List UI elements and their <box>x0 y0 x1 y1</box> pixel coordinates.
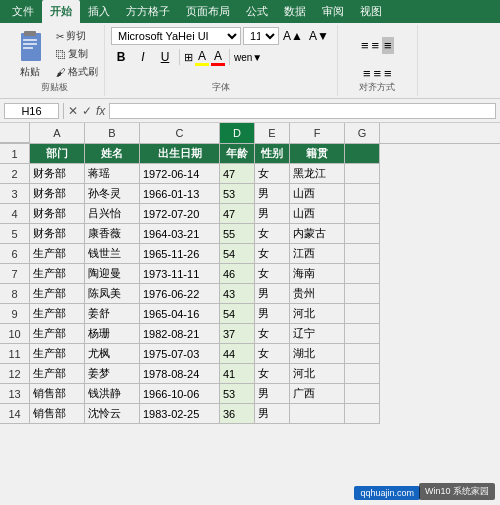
cell-c12[interactable]: 1978-08-24 <box>140 364 220 384</box>
cell-g11[interactable] <box>345 344 380 364</box>
cell-b11[interactable]: 尤枫 <box>85 344 140 364</box>
cell-c6[interactable]: 1965-11-26 <box>140 244 220 264</box>
tab-fangfangezi[interactable]: 方方格子 <box>118 0 178 23</box>
wen-button[interactable]: wen▼ <box>234 52 262 63</box>
cell-a10[interactable]: 生产部 <box>30 324 85 344</box>
row-header-14[interactable]: 14 <box>0 404 30 424</box>
cell-c10[interactable]: 1982-08-21 <box>140 324 220 344</box>
cell-d13[interactable]: 53 <box>220 384 255 404</box>
row-header-13[interactable]: 13 <box>0 384 30 404</box>
insert-function-icon[interactable]: fx <box>96 104 105 118</box>
tab-home[interactable]: 开始 <box>42 0 80 23</box>
cut-button[interactable]: ✂ 剪切 <box>54 28 100 44</box>
cancel-formula-icon[interactable]: ✕ <box>68 104 78 118</box>
cell-a2[interactable]: 财务部 <box>30 164 85 184</box>
cell-d14[interactable]: 36 <box>220 404 255 424</box>
underline-button[interactable]: U <box>155 48 175 66</box>
row-header-4[interactable]: 4 <box>0 204 30 224</box>
cell-g7[interactable] <box>345 264 380 284</box>
cell-d1[interactable]: 年龄 <box>220 144 255 164</box>
font-name-selector[interactable]: Microsoft YaHei UI <box>111 27 241 45</box>
tab-file[interactable]: 文件 <box>4 0 42 23</box>
cell-e6[interactable]: 女 <box>255 244 290 264</box>
cell-e10[interactable]: 女 <box>255 324 290 344</box>
cell-e7[interactable]: 女 <box>255 264 290 284</box>
cell-c14[interactable]: 1983-02-25 <box>140 404 220 424</box>
row-header-9[interactable]: 9 <box>0 304 30 324</box>
align-center-button[interactable]: ≡ <box>373 66 381 81</box>
cell-c3[interactable]: 1966-01-13 <box>140 184 220 204</box>
cell-e11[interactable]: 女 <box>255 344 290 364</box>
cell-b12[interactable]: 姜梦 <box>85 364 140 384</box>
cell-c9[interactable]: 1965-04-16 <box>140 304 220 324</box>
cell-e1[interactable]: 性别 <box>255 144 290 164</box>
cell-e13[interactable]: 男 <box>255 384 290 404</box>
cell-g6[interactable] <box>345 244 380 264</box>
cell-c2[interactable]: 1972-06-14 <box>140 164 220 184</box>
row-header-7[interactable]: 7 <box>0 264 30 284</box>
cell-g5[interactable] <box>345 224 380 244</box>
tab-review[interactable]: 审阅 <box>314 0 352 23</box>
italic-button[interactable]: I <box>133 48 153 66</box>
cell-f4[interactable]: 山西 <box>290 204 345 224</box>
tab-insert[interactable]: 插入 <box>80 0 118 23</box>
tab-formula[interactable]: 公式 <box>238 0 276 23</box>
cell-b9[interactable]: 姜舒 <box>85 304 140 324</box>
cell-d12[interactable]: 41 <box>220 364 255 384</box>
cell-e12[interactable]: 女 <box>255 364 290 384</box>
col-header-f[interactable]: F <box>290 123 345 143</box>
cell-b7[interactable]: 陶迎曼 <box>85 264 140 284</box>
cell-b13[interactable]: 钱洪静 <box>85 384 140 404</box>
cell-b3[interactable]: 孙冬灵 <box>85 184 140 204</box>
tab-view[interactable]: 视图 <box>352 0 390 23</box>
cell-a12[interactable]: 生产部 <box>30 364 85 384</box>
cell-c7[interactable]: 1973-11-11 <box>140 264 220 284</box>
cell-d9[interactable]: 54 <box>220 304 255 324</box>
cell-f1[interactable]: 籍贯 <box>290 144 345 164</box>
cell-b5[interactable]: 康香薇 <box>85 224 140 244</box>
cell-a14[interactable]: 销售部 <box>30 404 85 424</box>
confirm-formula-icon[interactable]: ✓ <box>82 104 92 118</box>
cell-g13[interactable] <box>345 384 380 404</box>
row-header-2[interactable]: 2 <box>0 164 30 184</box>
align-right-button[interactable]: ≡ <box>384 66 392 81</box>
cell-f2[interactable]: 黑龙江 <box>290 164 345 184</box>
align-top-left-button[interactable]: ≡ <box>361 38 369 53</box>
cell-a1[interactable]: 部门 <box>30 144 85 164</box>
decrease-font-button[interactable]: A▼ <box>307 28 331 44</box>
cell-a6[interactable]: 生产部 <box>30 244 85 264</box>
cell-g12[interactable] <box>345 364 380 384</box>
cell-c1[interactable]: 出生日期 <box>140 144 220 164</box>
fill-color-button[interactable]: A <box>195 49 209 66</box>
cell-f10[interactable]: 辽宁 <box>290 324 345 344</box>
cell-d11[interactable]: 44 <box>220 344 255 364</box>
cell-b2[interactable]: 蒋瑶 <box>85 164 140 184</box>
cell-f12[interactable]: 河北 <box>290 364 345 384</box>
align-left-button[interactable]: ≡ <box>363 66 371 81</box>
cell-c8[interactable]: 1976-06-22 <box>140 284 220 304</box>
copy-button[interactable]: ⿻ 复制 <box>54 46 100 62</box>
cell-b6[interactable]: 钱世兰 <box>85 244 140 264</box>
tab-page-layout[interactable]: 页面布局 <box>178 0 238 23</box>
cell-e4[interactable]: 男 <box>255 204 290 224</box>
row-header-12[interactable]: 12 <box>0 364 30 384</box>
cell-b4[interactable]: 吕兴怡 <box>85 204 140 224</box>
font-color-button[interactable]: A <box>211 49 225 66</box>
cell-e8[interactable]: 男 <box>255 284 290 304</box>
increase-font-button[interactable]: A▲ <box>281 28 305 44</box>
bold-button[interactable]: B <box>111 48 131 66</box>
cell-f7[interactable]: 海南 <box>290 264 345 284</box>
col-header-c[interactable]: C <box>140 123 220 143</box>
cell-d8[interactable]: 43 <box>220 284 255 304</box>
cell-g14[interactable] <box>345 404 380 424</box>
row-header-10[interactable]: 10 <box>0 324 30 344</box>
paste-button[interactable]: 粘贴 <box>8 27 52 81</box>
cell-b14[interactable]: 沈怜云 <box>85 404 140 424</box>
border-button[interactable]: ⊞ <box>184 51 193 64</box>
cell-g2[interactable] <box>345 164 380 184</box>
cell-g1[interactable] <box>345 144 380 164</box>
cell-d6[interactable]: 54 <box>220 244 255 264</box>
formula-input[interactable] <box>109 103 496 119</box>
cell-f3[interactable]: 山西 <box>290 184 345 204</box>
cell-g4[interactable] <box>345 204 380 224</box>
